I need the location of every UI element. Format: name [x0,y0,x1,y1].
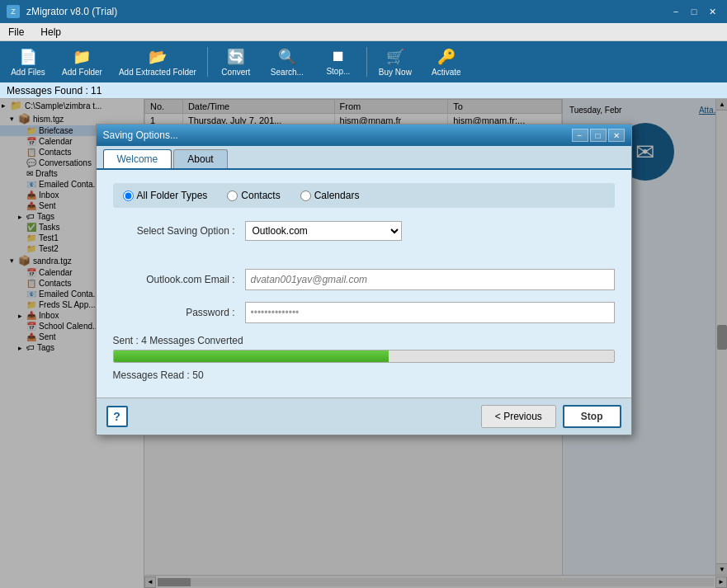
add-folder-icon: 📁 [73,48,91,66]
dialog-footer: ? < Previous Stop [97,397,631,435]
toolbar-separator-2 [366,47,367,77]
activate-label: Activate [432,68,461,77]
activate-button[interactable]: 🔑 Activate [422,44,471,80]
progress-bar [114,350,389,362]
add-files-icon: 📄 [19,48,37,66]
app-icon: Z [7,5,20,18]
radio-contacts[interactable]: Contacts [227,190,280,201]
tab-about[interactable]: About [173,149,227,168]
convert-button[interactable]: 🔄 Convert [211,44,261,80]
menu-help[interactable]: Help [32,23,69,40]
dialog-body: All Folder Types Contacts Calendars Sele… [97,170,631,397]
radio-contacts-input[interactable] [227,191,238,201]
add-files-button[interactable]: 📄 Add Files [3,44,53,80]
menu-bar: File Help [0,23,727,41]
buy-now-label: Buy Now [379,68,412,77]
saving-option-select[interactable]: Outlook.com Gmail Office 365 Yahoo Mail [245,221,402,241]
status-bar: Messages Found : 11 [0,82,727,99]
dialog-close-button[interactable]: ✕ [608,129,625,142]
messages-read-label: Messages Read : 50 [113,369,615,381]
title-bar: Z zMigrator v8.0 (Trial) − □ ✕ [0,0,727,23]
radio-calendars-input[interactable] [300,191,311,201]
add-folder-label: Add Folder [62,68,102,77]
buy-now-icon: 🛒 [386,48,404,66]
toolbar-separator-1 [207,47,208,77]
convert-icon: 🔄 [227,48,245,66]
add-extracted-button[interactable]: 📂 Add Extracted Folder [111,44,204,80]
radio-calendars-label: Calendars [314,190,360,201]
minimize-button[interactable]: − [668,5,684,18]
buy-now-button[interactable]: 🛒 Buy Now [371,44,420,80]
radio-calendars[interactable]: Calendars [300,190,360,201]
toolbar: 📄 Add Files 📁 Add Folder 📂 Add Extracted… [0,41,727,82]
add-folder-button[interactable]: 📁 Add Folder [54,44,110,80]
radio-all-folder-types[interactable]: All Folder Types [123,190,208,201]
main-area: ▸ 📁 C:\Sample\zimbra t... ▾ 📦 hism.tgz 📁… [0,99,727,588]
password-label: Password : [113,307,245,318]
stop-dialog-button[interactable]: Stop [563,405,621,428]
email-row: Outlook.com Email : [113,269,615,290]
add-extracted-label: Add Extracted Folder [119,68,196,77]
add-files-label: Add Files [11,68,45,77]
progress-section: Sent : 4 Messages Converted Messages Rea… [113,335,615,381]
select-saving-row: Select Saving Option : Outlook.com Gmail… [113,221,615,241]
previous-button[interactable]: < Previous [481,405,556,428]
folder-type-group: All Folder Types Contacts Calendars [113,183,615,208]
dialog-title: Saving Options... [103,129,178,141]
stop-icon: ⏹ [331,48,346,65]
close-button[interactable]: ✕ [704,5,720,18]
sent-label: Sent : 4 Messages Converted [113,335,615,346]
progress-bar-container [113,350,615,363]
dialog-maximize-button[interactable]: □ [590,129,607,142]
convert-label: Convert [221,68,250,77]
password-input[interactable] [245,302,615,323]
messages-found-text: Messages Found : 11 [7,85,101,96]
saving-options-dialog: Saving Options... − □ ✕ Welcome About [96,124,632,435]
dialog-titlebar: Saving Options... − □ ✕ [97,125,631,146]
add-extracted-icon: 📂 [149,48,167,66]
email-input[interactable] [245,269,615,290]
maximize-button[interactable]: □ [686,5,702,18]
search-icon: 🔍 [278,48,296,66]
radio-contacts-label: Contacts [241,190,280,201]
menu-file[interactable]: File [0,23,32,40]
tab-welcome[interactable]: Welcome [103,149,172,168]
radio-all-input[interactable] [123,191,134,201]
search-label: Search... [271,68,304,77]
help-button[interactable]: ? [106,406,128,427]
activate-icon: 🔑 [437,48,456,66]
dialog-minimize-button[interactable]: − [572,129,588,142]
stop-button[interactable]: ⏹ Stop... [314,44,363,80]
select-saving-label: Select Saving Option : [113,225,245,237]
tab-bar: Welcome About [97,146,631,170]
app-title: zMigrator v8.0 (Trial) [26,6,117,17]
modal-overlay: Saving Options... − □ ✕ Welcome About [0,99,727,588]
radio-all-label: All Folder Types [137,190,208,201]
search-button[interactable]: 🔍 Search... [262,44,312,80]
password-row: Password : [113,302,615,323]
stop-label: Stop... [326,67,350,76]
email-label: Outlook.com Email : [113,274,245,285]
